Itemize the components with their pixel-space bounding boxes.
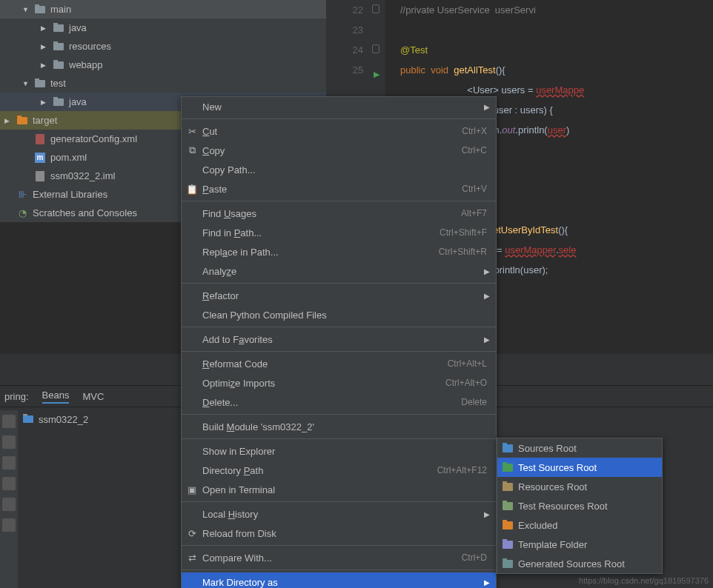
menu-optimize-imports[interactable]: Optimize ImportsCtrl+Alt+O (182, 373, 496, 392)
tool-icon[interactable] (2, 518, 16, 532)
tree-main-webapp[interactable]: ▶webapp (0, 56, 326, 74)
tree-main[interactable]: ▼main (0, 0, 326, 19)
tree-label: External Libraries (33, 189, 107, 200)
folder-icon (503, 444, 513, 452)
submenu-generated-sources-root[interactable]: Generated Sources Root (497, 554, 662, 573)
tree-label: test (50, 78, 66, 89)
menu-directory-path[interactable]: Directory PathCtrl+Alt+F12 (182, 461, 496, 480)
tool-icon[interactable] (2, 477, 16, 490)
tree-label: Scratches and Consoles (33, 207, 137, 218)
tree-label: java (69, 96, 87, 107)
tool-icon[interactable] (2, 456, 16, 470)
menu-reload-disk[interactable]: ⟳Reload from Disk (182, 524, 496, 543)
tree-label: ssm0322_2.iml (50, 170, 115, 181)
folder-icon (503, 521, 513, 529)
tab-mvc[interactable]: MVC (82, 391, 104, 402)
menu-compare-with[interactable]: ⇄Compare With...Ctrl+D (182, 548, 496, 567)
tree-main-resources[interactable]: ▶resources (0, 37, 326, 56)
tree-main-java[interactable]: ▶java (0, 19, 326, 37)
folder-icon (503, 483, 513, 491)
tree-label: target (33, 115, 57, 126)
paste-icon: 📋 (186, 184, 198, 195)
tool-icon[interactable] (2, 498, 16, 511)
tab-beans[interactable]: Beans (42, 390, 70, 404)
gutter-line: 23 (326, 20, 385, 40)
menu-local-history[interactable]: Local History▶ (182, 504, 496, 524)
tree-label: resources (69, 41, 111, 52)
scissors-icon: ✂ (186, 126, 198, 137)
spring-project[interactable]: ssm0322_2 (22, 413, 88, 425)
tree-label: webapp (69, 59, 103, 70)
tree-label: pom.xml (50, 152, 87, 163)
submenu-test-resources-root[interactable]: Test Resources Root (497, 496, 662, 515)
reload-icon: ⟳ (186, 528, 198, 539)
tool-strip (0, 410, 18, 588)
submenu-test-sources-root[interactable]: Test Sources Root (497, 458, 662, 477)
gutter-line: 22 (326, 0, 385, 20)
menu-mark-directory-as[interactable]: Mark Directory as▶ (182, 572, 496, 588)
gutter-line: 25▶ (326, 60, 385, 80)
menu-copy-path[interactable]: Copy Path... (182, 160, 496, 179)
tool-icon[interactable] (2, 415, 16, 428)
watermark: https://blog.csdn.net/gq1819597376 (579, 576, 709, 585)
menu-delete[interactable]: Delete...Delete (182, 392, 496, 412)
folder-icon (503, 560, 513, 568)
menu-cut[interactable]: ✂CutCtrl+X (182, 121, 496, 141)
menu-analyze[interactable]: Analyze▶ (182, 261, 496, 281)
gutter-line: 24 (326, 40, 385, 60)
diff-icon: ⇄ (186, 552, 198, 564)
menu-copy[interactable]: ⧉CopyCtrl+C (182, 141, 496, 160)
menu-clean-python[interactable]: Clean Python Compiled Files (182, 305, 496, 324)
terminal-icon: ▣ (186, 484, 198, 495)
menu-new[interactable]: New▶ (182, 97, 496, 116)
tool-icon[interactable] (2, 435, 16, 449)
folder-icon (503, 464, 513, 472)
folder-icon (503, 541, 513, 549)
submenu-template-folder[interactable]: Template Folder (497, 535, 662, 554)
menu-find-usages[interactable]: Find UsagesAlt+F7 (182, 204, 496, 223)
menu-reformat[interactable]: Reformat CodeCtrl+Alt+L (182, 354, 496, 373)
run-icon[interactable]: ▶ (374, 64, 379, 84)
context-menu: New▶ ✂CutCtrl+X ⧉CopyCtrl+C Copy Path...… (181, 96, 497, 588)
menu-build-module[interactable]: Build Module 'ssm0322_2' (182, 417, 496, 436)
mark-directory-submenu: Sources Root Test Sources Root Resources… (497, 438, 663, 574)
menu-replace-in-path[interactable]: Replace in Path...Ctrl+Shift+R (182, 242, 496, 261)
menu-refactor[interactable]: Refactor▶ (182, 286, 496, 305)
submenu-sources-root[interactable]: Sources Root (497, 438, 662, 458)
tree-label: java (69, 22, 87, 33)
menu-show-explorer[interactable]: Show in Explorer (182, 441, 496, 461)
tab-spring: pring: (4, 391, 29, 402)
submenu-resources-root[interactable]: Resources Root (497, 477, 662, 496)
menu-add-favorites[interactable]: Add to Favorites▶ (182, 330, 496, 349)
submenu-excluded[interactable]: Excluded (497, 515, 662, 535)
folder-icon (503, 502, 513, 510)
tree-label: generatorConfig.xml (50, 133, 137, 144)
tree-test[interactable]: ▼test (0, 74, 326, 93)
menu-paste[interactable]: 📋PasteCtrl+V (182, 179, 496, 198)
copy-icon: ⧉ (186, 144, 198, 156)
menu-find-in-path[interactable]: Find in Path...Ctrl+Shift+F (182, 223, 496, 242)
tree-label: main (50, 4, 71, 15)
menu-open-terminal[interactable]: ▣Open in Terminal (182, 480, 496, 499)
